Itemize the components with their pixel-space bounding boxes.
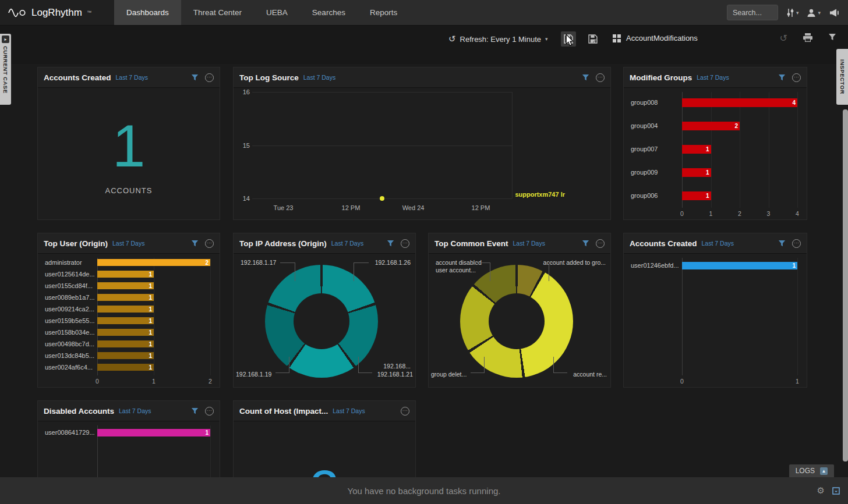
series-legend: supportxm747 lr [515,191,565,198]
save-as-icon [588,34,598,44]
bar[interactable]: 1 [682,168,711,177]
bar[interactable]: 1 [97,329,154,336]
widget-subtitle: Last 7 Days [333,407,365,414]
x-axis: 01 [682,378,797,386]
widget-top-user-origin: Top User (Origin) Last 7 Days ··· admini… [37,233,220,388]
funnel-icon[interactable] [191,74,199,81]
vertical-scrollbar[interactable] [843,109,848,462]
search-input[interactable] [727,5,778,20]
y-axis-tick: 15 [236,142,250,149]
dashboard-selector[interactable]: AccountModifications [613,34,698,42]
tab-reports[interactable]: Reports [358,0,409,25]
save-as-button[interactable] [585,31,600,47]
tab-ueba[interactable]: UEBA [254,0,300,25]
axis-tick: 1 [796,378,799,385]
funnel-icon [828,33,836,41]
logrhythm-logo-icon [8,7,27,19]
widget-menu-icon[interactable]: ··· [401,239,409,248]
funnel-icon[interactable] [191,407,199,415]
donut-label: account re... [573,371,607,378]
filter-button[interactable] [828,33,836,43]
bar[interactable]: 1 [97,271,154,278]
tab-dashboards[interactable]: Dashboards [114,0,181,25]
y-axis-tick: 16 [236,88,250,95]
funnel-icon[interactable] [778,74,786,81]
widget-title: Top IP Address (Origin) [239,239,327,248]
bar[interactable]: 1 [97,294,154,301]
funnel-icon[interactable] [778,240,786,247]
print-button[interactable] [803,33,812,44]
logrhythm-brand[interactable]: LogRhythm™ [0,0,114,25]
widget-menu-icon[interactable]: ··· [205,407,214,416]
tab-threat-center[interactable]: Threat Center [181,0,254,25]
bar[interactable]: 2 [682,122,740,130]
logs-label: LOGS [796,467,815,475]
widget-accounts-created-metric: Accounts Created Last 7 Days ··· 1 ACCOU… [37,67,220,220]
logs-tab[interactable]: LOGS ▲ [789,464,834,477]
undo-button[interactable]: ↺ [780,33,787,44]
funnel-icon[interactable] [582,240,589,247]
bar[interactable]: 1 [97,317,154,324]
current-case-label: CURRENT CASE [2,46,9,93]
widget-menu-icon[interactable]: ··· [401,407,409,416]
tab-searches[interactable]: Searches [300,0,358,25]
bar[interactable]: 2 [97,259,210,266]
bar[interactable]: 1 [97,282,154,289]
x-axis-tick: Wed 24 [402,204,425,211]
donut-label: 192.168.1.19 [236,371,271,378]
bar-label: administrator [45,259,97,266]
widget-subtitle: Last 7 Days [112,240,144,247]
bar[interactable]: 1 [97,352,154,359]
popout-icon[interactable] [832,487,840,495]
bar[interactable]: 1 [97,340,154,347]
bar[interactable]: 1 [97,429,210,436]
user-menu[interactable]: ▾ [807,8,821,17]
widget-title: Accounts Created [44,73,111,82]
widget-title: Top User (Origin) [44,239,108,248]
funnel-icon[interactable] [387,240,394,247]
widget-menu-icon[interactable]: ··· [205,73,214,82]
x-axis-tick: 12 PM [342,204,361,211]
widget-title: Disabled Accounts [44,407,114,416]
axis-tick: 3 [767,210,771,217]
bar[interactable]: 1 [97,306,154,313]
axis-tick: 2 [209,378,212,385]
bar[interactable]: 1 [682,191,711,200]
axis-tick: 0 [680,210,684,217]
axis-tick: 1 [152,378,156,385]
widget-menu-icon[interactable]: ··· [596,239,605,248]
widget-menu-icon[interactable]: ··· [596,73,605,82]
donut-label: user account... [436,267,476,274]
donut-chart[interactable] [265,265,378,378]
metric-value: 1 [38,116,220,176]
refresh-icon: ↺ [448,34,456,44]
widget-subtitle: Last 7 Days [119,407,151,414]
donut-chart[interactable] [460,265,573,378]
save-dashboard-button[interactable] [561,31,576,47]
inspector-tab[interactable]: INSPECTOR [836,49,848,105]
search-box [727,5,778,20]
bar-value: 1 [706,169,709,176]
bar-value: 1 [149,329,152,336]
settings-menu[interactable]: ▾ [786,8,799,17]
widget-menu-icon[interactable]: ··· [792,239,801,248]
toolbar-right-icons: ↺ [780,33,836,44]
bar[interactable]: 1 [682,145,711,154]
bar[interactable]: 4 [682,98,797,107]
donut-label: 192.168.1.17 [241,259,276,266]
funnel-icon[interactable] [582,74,589,81]
bar-row: group0071 [631,137,797,161]
bar[interactable]: 1 [97,364,154,371]
data-point[interactable] [380,196,384,201]
sliders-icon [786,8,794,17]
gear-icon[interactable]: ⚙ [817,485,825,496]
current-case-tab[interactable]: ▸ CURRENT CASE [0,34,11,105]
refresh-interval-dropdown[interactable]: ↺ Refresh: Every 1 Minute ▾ [448,34,548,44]
widget-menu-icon[interactable]: ··· [792,73,801,82]
funnel-icon[interactable] [191,240,199,247]
bar[interactable]: 1 [682,262,797,269]
widget-menu-icon[interactable]: ··· [205,239,214,248]
bar-row: group0042 [631,114,797,137]
donut-label: account disabled [436,259,482,266]
announcements-button[interactable] [829,8,840,17]
